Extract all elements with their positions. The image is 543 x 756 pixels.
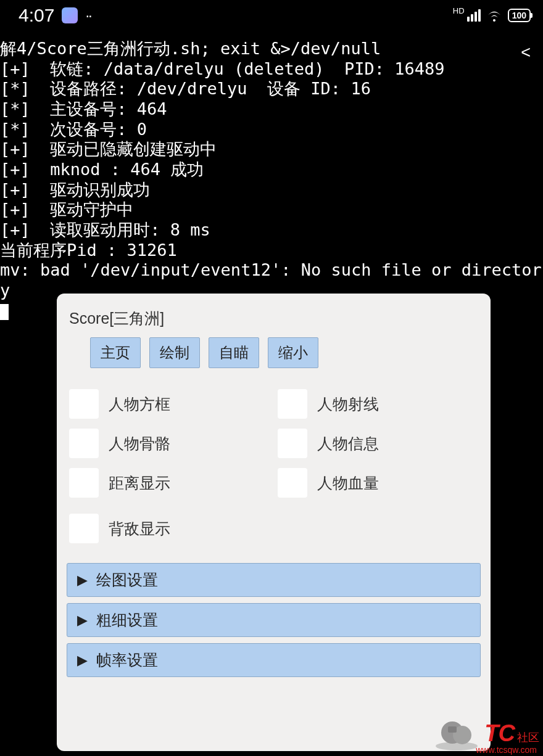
checkbox-behind[interactable] (69, 514, 99, 543)
checkbox-ray[interactable] (278, 389, 307, 419)
tab-row: 主页 绘制 自瞄 缩小 (67, 337, 481, 387)
terminal-line: [+] 读取驱动用时: 8 ms (0, 220, 210, 239)
clock: 4:07 (19, 5, 54, 26)
terminal-line: [+] 驱动已隐藏创建驱动中 (0, 139, 217, 158)
battery-icon: 100 (508, 9, 531, 22)
checkbox-info[interactable] (278, 429, 307, 458)
svg-rect-3 (448, 726, 457, 733)
checkbox-distance[interactable] (69, 468, 99, 498)
chevron-right-icon: ▶ (77, 572, 88, 588)
checkbox-label: 人物骨骼 (104, 433, 273, 454)
terminal-line: [*] 次设备号: 0 (0, 120, 147, 139)
chevron-right-icon: ▶ (77, 652, 88, 668)
tab-home[interactable]: 主页 (90, 337, 141, 368)
weather-icon (62, 7, 78, 23)
checkbox-grid: 人物方框 人物射线 人物骨骼 人物信息 距离显示 人物血量 (67, 387, 481, 511)
terminal-line: [+] 驱动守护中 (0, 200, 133, 219)
accordion-draw-settings[interactable]: ▶ 绘图设置 (67, 563, 481, 597)
terminal-caret-icon: < (521, 43, 531, 62)
accordion-label: 粗细设置 (96, 610, 158, 630)
battery-level: 100 (512, 10, 526, 20)
tab-aimbot[interactable]: 自瞄 (209, 337, 259, 368)
accordion-label: 绘图设置 (96, 570, 158, 590)
accordion-fps-settings[interactable]: ▶ 帧率设置 (67, 643, 481, 677)
terminal-line: [+] 软链: /data/drelyu (deleted) PID: 1648… (0, 59, 444, 78)
checkbox-box[interactable] (69, 389, 99, 419)
terminal-line: 当前程序Pid : 31261 (0, 240, 177, 260)
chevron-right-icon: ▶ (77, 612, 88, 628)
checkbox-hp[interactable] (278, 468, 307, 498)
watermark-logo-icon (433, 715, 481, 751)
status-dots: ·· (85, 7, 91, 24)
terminal-line: [+] mknod : 464 成功 (0, 160, 204, 179)
cheat-menu-overlay[interactable]: Score[三角洲] 主页 绘制 自瞄 缩小 人物方框 人物射线 人物骨骼 人物… (57, 294, 491, 751)
checkbox-grid-row: 背敌显示 (67, 511, 481, 557)
cursor-icon (0, 304, 9, 320)
checkbox-label: 人物射线 (312, 394, 481, 414)
checkbox-label: 人物血量 (312, 473, 481, 493)
terminal-line: 解4/Score三角洲行动.sh; exit &>/dev/null (0, 39, 381, 58)
watermark-brand: TC (484, 720, 515, 747)
terminal-line: [*] 主设备号: 464 (0, 99, 167, 118)
tab-draw[interactable]: 绘制 (149, 337, 200, 368)
status-bar: 4:07 ·· HD 100 (0, 0, 543, 29)
watermark-url: www.tcsqw.com (476, 745, 537, 755)
overlay-title: Score[三角洲] (67, 306, 481, 337)
status-left: 4:07 ·· (19, 5, 91, 26)
checkbox-label: 人物方框 (104, 394, 273, 414)
terminal-line: [+] 驱动识别成功 (0, 180, 150, 199)
checkbox-skeleton[interactable] (69, 429, 99, 458)
accordion-thickness-settings[interactable]: ▶ 粗细设置 (67, 603, 481, 637)
terminal-line: [*] 设备路径: /dev/drelyu 设备 ID: 16 (0, 79, 371, 98)
tab-minimize[interactable]: 缩小 (268, 337, 318, 368)
signal-icon (467, 9, 481, 22)
wifi-icon (487, 9, 502, 22)
checkbox-label: 距离显示 (104, 473, 273, 493)
hd-icon: HD (453, 6, 465, 15)
checkbox-label: 人物信息 (312, 433, 481, 454)
checkbox-label: 背敌显示 (104, 519, 481, 539)
terminal-output[interactable]: 解4/Score三角洲行动.sh; exit &>/dev/null [+] 软… (0, 29, 543, 321)
watermark-sub: 社区 (517, 730, 539, 745)
status-right: HD 100 (453, 9, 531, 22)
watermark-text: TC 社区 (484, 720, 539, 747)
accordion-label: 帧率设置 (96, 650, 158, 670)
svg-point-0 (436, 742, 478, 750)
